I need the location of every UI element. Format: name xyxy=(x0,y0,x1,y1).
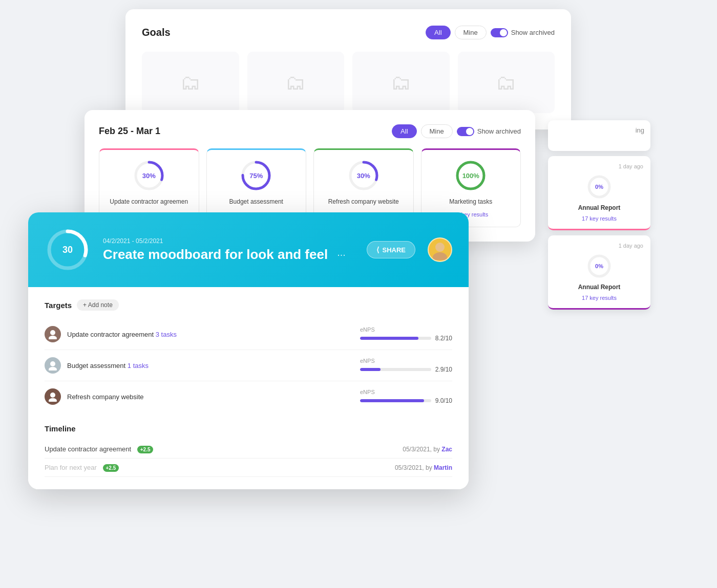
weekly-card-2-ring: 30% xyxy=(347,159,380,192)
detail-progress-ring: 30 xyxy=(45,227,91,273)
weekly-archived-toggle-label[interactable]: Show archived xyxy=(457,127,521,136)
svg-point-19 xyxy=(49,367,57,371)
target-bar-track-2 xyxy=(360,399,431,402)
weekly-filter-mine[interactable]: Mine xyxy=(421,124,453,138)
svg-point-16 xyxy=(50,330,55,335)
sidebar-card-1-time: 1 day ago xyxy=(555,163,643,169)
sidebar-annual-card-2[interactable]: 1 day ago 0% Annual Report 17 key result… xyxy=(548,235,650,310)
goals-archived-toggle-label[interactable]: Show archived xyxy=(491,28,555,37)
target-metric-label-0: eNPS xyxy=(360,326,375,333)
goals-folders-grid: 🗂 🗂 🗂 🗂 xyxy=(142,52,555,113)
sidebar-card-1-percent: 0% xyxy=(595,184,603,190)
timeline-row-1: Plan for next year +2.5 05/3/2021, by Ma… xyxy=(45,459,452,477)
weekly-card-1-name: Budget assessment xyxy=(229,198,283,205)
detail-panel: 30 04/2/2021 - 05/2/2021 Create moodboar… xyxy=(28,212,469,489)
timeline-item-name-1: Plan for next year +2.5 xyxy=(45,464,395,471)
sidebar-card-2-percent: 0% xyxy=(595,263,603,269)
weekly-card-0-percent: 30% xyxy=(142,172,156,180)
weekly-card-3-ring: 100% xyxy=(454,159,487,192)
folder-icon-3: 🗂 xyxy=(391,71,411,94)
detail-header-info: 04/2/2021 - 05/2/2021 Create moodboard f… xyxy=(103,237,354,263)
goal-folder-2[interactable]: 🗂 xyxy=(247,52,345,113)
weekly-card-0-ring: 30% xyxy=(133,159,165,192)
weekly-card-2-percent: 30% xyxy=(357,172,370,180)
weekly-card-0-name: Update contractor agreemen xyxy=(110,198,188,205)
target-row-0: Update contractor agreement 3 tasks eNPS… xyxy=(45,319,452,350)
target-link-1[interactable]: 1 tasks xyxy=(128,362,149,369)
sidebar-mini-partial-text: ing xyxy=(636,126,644,134)
target-bar-row-2: 9.0/10 xyxy=(360,397,452,404)
goals-archived-toggle[interactable] xyxy=(491,28,508,37)
target-bar-fill-2 xyxy=(360,399,424,402)
target-metric-value-1: 2.9/10 xyxy=(435,366,452,373)
goals-filter-group: All Mine Show archived xyxy=(426,26,555,39)
target-bar-fill-1 xyxy=(360,368,381,371)
share-icon: ⟨ xyxy=(376,246,379,254)
svg-point-17 xyxy=(49,336,57,339)
target-row-2: Refresh company website eNPS 9.0/10 xyxy=(45,381,452,412)
weekly-panel-header: Feb 25 - Mar 1 All Mine Show archived xyxy=(99,124,521,138)
sidebar-annual-card-1[interactable]: 1 day ago 0% Annual Report 17 key result… xyxy=(548,156,650,230)
goals-filter-mine[interactable]: Mine xyxy=(455,26,487,39)
goal-folder-4[interactable]: 🗂 xyxy=(458,52,555,113)
svg-point-21 xyxy=(49,398,57,402)
detail-date-range: 04/2/2021 - 05/2/2021 xyxy=(103,237,354,245)
goals-filter-all[interactable]: All xyxy=(426,26,450,39)
weekly-card-3-percent: 100% xyxy=(462,172,479,180)
weekly-archived-toggle[interactable] xyxy=(457,127,474,136)
detail-body: Targets + Add note Update contractor agr… xyxy=(28,287,469,489)
scene: Goals All Mine Show archived 🗂 🗂 🗂 🗂 xyxy=(0,0,717,588)
target-bar-row-1: 2.9/10 xyxy=(360,366,452,373)
detail-more-button[interactable]: ··· xyxy=(337,249,346,260)
timeline-by-1: Martin xyxy=(434,464,452,471)
sidebar-card-2-name: Annual Report xyxy=(578,284,621,291)
goal-folder-1[interactable]: 🗂 xyxy=(142,52,239,113)
goal-folder-3[interactable]: 🗂 xyxy=(352,52,450,113)
timeline-date-0: 05/3/2021, by Zac xyxy=(403,446,452,453)
weekly-card-1-percent: 75% xyxy=(249,172,263,180)
targets-title: Targets xyxy=(45,301,72,310)
folder-icon-2: 🗂 xyxy=(285,71,306,94)
goals-archived-label: Show archived xyxy=(511,29,555,36)
target-bar-fill-0 xyxy=(360,337,418,340)
goals-panel-header: Goals All Mine Show archived xyxy=(142,26,555,39)
detail-percent: 30 xyxy=(62,245,73,255)
share-label: SHARE xyxy=(382,246,406,254)
folder-icon-1: 🗂 xyxy=(180,71,201,94)
sidebar-card-2-ring: 0% xyxy=(586,253,613,279)
weekly-card-1-ring: 75% xyxy=(240,159,272,192)
target-bar-track-1 xyxy=(360,368,431,371)
timeline-item-name-0: Update contractor agreement +2.5 xyxy=(45,445,403,453)
timeline-by-0: Zac xyxy=(441,446,452,453)
sidebar-card-2-ring-area: 0% Annual Report 17 key results xyxy=(555,253,643,301)
targets-section-header: Targets + Add note xyxy=(45,299,452,311)
target-row-1: Budget assessment 1 tasks eNPS 2.9/10 xyxy=(45,350,452,381)
sidebar-card-1-meta: 17 key results xyxy=(582,215,617,222)
weekly-card-3-name: Marketing tasks xyxy=(449,198,492,205)
target-metric-1: eNPS 2.9/10 xyxy=(360,358,452,373)
timeline-title: Timeline xyxy=(45,424,452,433)
goals-panel-title: Goals xyxy=(142,27,171,38)
sidebar-cards: ing 1 day ago 0% Annual Report 17 key re… xyxy=(548,120,650,310)
weekly-archived-label: Show archived xyxy=(477,127,521,135)
target-name-2: Refresh company website xyxy=(67,393,360,401)
target-bar-row-0: 8.2/10 xyxy=(360,335,452,342)
sidebar-card-2-meta: 17 key results xyxy=(582,295,617,301)
timeline-badge-0: +2.5 xyxy=(137,446,154,453)
target-avatar-1 xyxy=(45,357,61,374)
weekly-filter-all[interactable]: All xyxy=(392,124,416,138)
share-button[interactable]: ⟨ SHARE xyxy=(367,241,415,258)
svg-point-15 xyxy=(433,252,447,260)
target-avatar-0 xyxy=(45,326,61,342)
target-name-1: Budget assessment 1 tasks xyxy=(67,362,360,369)
svg-point-18 xyxy=(50,361,55,366)
add-note-button[interactable]: + Add note xyxy=(77,299,119,311)
target-link-0[interactable]: 3 tasks xyxy=(156,331,177,338)
sidebar-card-1-ring-area: 0% Annual Report 17 key results xyxy=(555,173,643,222)
target-metric-value-0: 8.2/10 xyxy=(435,335,452,342)
sidebar-card-1-ring: 0% xyxy=(586,173,613,200)
detail-title: Create moodboard for look and feel xyxy=(103,247,328,263)
target-name-0: Update contractor agreement 3 tasks xyxy=(67,331,360,338)
target-metric-value-2: 9.0/10 xyxy=(435,397,452,404)
weekly-filter-group: All Mine Show archived xyxy=(392,124,521,138)
